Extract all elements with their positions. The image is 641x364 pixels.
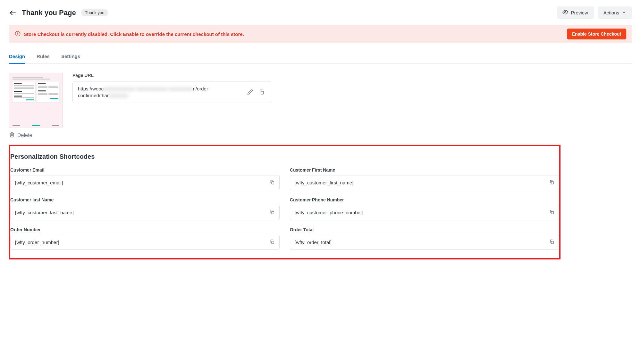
- header-left: Thank you Page Thank you: [9, 9, 108, 17]
- page-url-box: https://woocxxxxxxxxxxxxx xxxxxxxxxxxxx …: [72, 81, 271, 103]
- delete-template-button[interactable]: Delete: [9, 132, 63, 139]
- alert-banner: Store Checkout is currently disabled. Cl…: [9, 25, 632, 43]
- svg-rect-8: [272, 211, 274, 214]
- preview-label: Preview: [571, 10, 588, 15]
- info-icon: [15, 31, 21, 38]
- url-prefix: https://wooc: [78, 86, 104, 91]
- delete-label: Delete: [17, 132, 32, 138]
- banner-left: Store Checkout is currently disabled. Cl…: [15, 31, 244, 38]
- shortcode-input: [wfty_order_total]: [290, 235, 559, 250]
- svg-rect-10: [272, 241, 274, 244]
- banner-message: Store Checkout is currently disabled. Cl…: [24, 31, 244, 37]
- chevron-down-icon: [622, 10, 626, 15]
- header-right: Preview Actions: [557, 6, 632, 19]
- svg-rect-11: [551, 241, 553, 244]
- copy-icon[interactable]: [270, 239, 275, 246]
- page-url-section: Page URL https://woocxxxxxxxxxxxxx xxxxx…: [72, 73, 271, 103]
- shortcode-value: [wfty_customer_email]: [15, 180, 63, 185]
- template-thumb-column: Delete: [9, 73, 63, 139]
- copy-icon[interactable]: [549, 179, 554, 186]
- design-row: Delete Page URL https://woocxxxxxxxxxxxx…: [9, 73, 632, 139]
- svg-rect-6: [272, 182, 274, 184]
- shortcode-input: [wfty_customer_first_name]: [290, 175, 559, 190]
- shortcode-field-customer-last-name: Customer last Name [wfty_customer_last_n…: [10, 197, 280, 220]
- template-thumbnail[interactable]: [9, 73, 63, 128]
- enable-store-checkout-button[interactable]: Enable Store Checkout: [567, 29, 626, 39]
- tab-rules[interactable]: Rules: [37, 50, 50, 64]
- shortcode-label: Customer First Name: [290, 167, 559, 173]
- shortcodes-grid: Customer Email [wfty_customer_email] Cus…: [10, 167, 559, 250]
- copy-icon[interactable]: [549, 209, 554, 216]
- shortcode-field-customer-email: Customer Email [wfty_customer_email]: [10, 167, 280, 190]
- tab-design[interactable]: Design: [9, 50, 25, 64]
- shortcode-value: [wfty_order_total]: [295, 240, 332, 245]
- shortcode-field-order-number: Order Number [wfty_order_number]: [10, 227, 280, 250]
- shortcode-label: Customer Phone Number: [290, 197, 559, 202]
- page-type-badge: Thank you: [81, 9, 108, 16]
- shortcode-label: Order Total: [290, 227, 559, 232]
- copy-url-button[interactable]: [257, 88, 266, 96]
- actions-button[interactable]: Actions: [598, 6, 632, 19]
- copy-icon[interactable]: [270, 209, 275, 216]
- shortcode-input: [wfty_customer_phone_number]: [290, 205, 559, 220]
- shortcode-label: Customer Email: [10, 167, 280, 173]
- shortcode-input: [wfty_customer_last_name]: [10, 205, 280, 220]
- copy-icon[interactable]: [270, 179, 275, 186]
- back-arrow-icon[interactable]: [9, 9, 17, 17]
- eye-icon: [562, 9, 568, 16]
- shortcode-value: [wfty_customer_last_name]: [15, 210, 74, 215]
- personalization-shortcodes-section: Personalization Shortcodes Customer Emai…: [9, 145, 561, 259]
- shortcode-field-customer-first-name: Customer First Name [wfty_customer_first…: [290, 167, 559, 190]
- page-title: Thank you Page: [22, 9, 76, 17]
- svg-rect-5: [261, 91, 264, 94]
- edit-url-button[interactable]: [246, 88, 254, 96]
- copy-icon[interactable]: [549, 239, 554, 246]
- shortcodes-title: Personalization Shortcodes: [10, 153, 559, 160]
- url-blurred-2: xxxxxxxx: [109, 93, 128, 98]
- url-blurred-1: xxxxxxxxxxxxx xxxxxxxxxxxxx xxxxxxxxxx: [104, 86, 193, 91]
- shortcode-label: Customer last Name: [10, 197, 280, 202]
- page-url-label: Page URL: [72, 73, 271, 78]
- actions-label: Actions: [603, 10, 619, 15]
- shortcode-input: [wfty_order_number]: [10, 235, 280, 250]
- trash-icon: [9, 132, 15, 139]
- svg-point-1: [565, 12, 566, 13]
- shortcode-value: [wfty_order_number]: [15, 240, 59, 245]
- tabs: Design Rules Settings: [9, 50, 632, 64]
- page-url-value: https://woocxxxxxxxxxxxxx xxxxxxxxxxxxx …: [78, 85, 243, 99]
- svg-rect-9: [551, 211, 553, 214]
- shortcode-value: [wfty_customer_first_name]: [295, 180, 353, 185]
- shortcode-field-customer-phone: Customer Phone Number [wfty_customer_pho…: [290, 197, 559, 220]
- tab-settings[interactable]: Settings: [61, 50, 80, 64]
- shortcode-label: Order Number: [10, 227, 280, 232]
- shortcode-field-order-total: Order Total [wfty_order_total]: [290, 227, 559, 250]
- page-header: Thank you Page Thank you Preview Actions: [9, 6, 632, 19]
- shortcode-input: [wfty_customer_email]: [10, 175, 280, 190]
- preview-button[interactable]: Preview: [557, 6, 594, 19]
- shortcode-value: [wfty_customer_phone_number]: [295, 210, 363, 215]
- svg-rect-7: [551, 182, 553, 184]
